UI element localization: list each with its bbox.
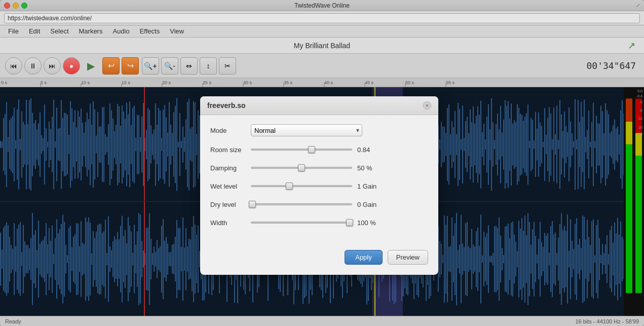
menu-edit[interactable]: Edit [25, 26, 44, 36]
svg-rect-772 [506, 226, 507, 292]
menu-select[interactable]: Select [46, 26, 72, 36]
svg-rect-140 [176, 98, 177, 191]
svg-rect-515 [116, 239, 117, 279]
svg-rect-833 [599, 238, 600, 280]
svg-rect-361 [512, 124, 513, 166]
timeline-ruler: 0 s 5 s 10 s 15 s 20 s 25 s 30 s 35 s 40… [0, 78, 644, 87]
dry-level-track[interactable] [251, 203, 352, 205]
close-button[interactable] [4, 3, 10, 9]
zoom-in-button[interactable]: 🔍+ [142, 57, 159, 75]
svg-rect-486 [71, 247, 72, 271]
svg-rect-342 [483, 124, 484, 165]
svg-rect-377 [537, 128, 538, 160]
play-button[interactable]: ▶ [82, 57, 99, 75]
audio-info: 16 bits - 44100 Hz - 58'99 [575, 318, 639, 324]
modal-close-button[interactable]: × [423, 101, 431, 110]
dry-level-label: Dry level [210, 201, 251, 208]
svg-rect-837 [605, 244, 606, 274]
svg-text:20 s: 20 s [162, 80, 171, 85]
room-size-track[interactable] [251, 149, 352, 151]
menu-markers[interactable]: Markers [75, 26, 107, 36]
svg-rect-318 [447, 108, 448, 181]
dry-level-thumb[interactable] [249, 201, 256, 208]
rewind-button[interactable]: ⏮ [5, 57, 22, 75]
width-thumb[interactable] [346, 219, 353, 226]
svg-rect-137 [172, 133, 173, 156]
svg-rect-459 [30, 238, 31, 280]
svg-rect-482 [65, 244, 66, 273]
menu-file[interactable]: File [4, 26, 23, 36]
svg-text:0 s: 0 s [1, 80, 8, 85]
svg-rect-809 [562, 230, 563, 287]
menu-audio[interactable]: Audio [108, 26, 133, 36]
svg-rect-843 [614, 222, 615, 295]
width-track[interactable] [251, 222, 352, 224]
svg-rect-417 [597, 123, 598, 166]
time-display: 00'34"647 [586, 60, 636, 71]
svg-rect-105 [123, 112, 124, 177]
trim-button[interactable]: ✂ [219, 57, 236, 75]
apply-button[interactable]: Apply [345, 250, 383, 265]
svg-rect-560 [184, 247, 185, 270]
svg-rect-568 [196, 235, 197, 283]
menu-view[interactable]: View [166, 26, 188, 36]
svg-rect-791 [535, 236, 536, 282]
svg-rect-400 [572, 133, 573, 156]
room-size-thumb[interactable] [308, 146, 315, 153]
zoom-out-button[interactable]: 🔍- [161, 57, 178, 75]
svg-rect-381 [543, 142, 544, 148]
svg-rect-466 [41, 241, 42, 277]
svg-text:-12: -12 [637, 117, 642, 120]
damping-track[interactable] [251, 167, 352, 169]
svg-rect-805 [556, 253, 557, 265]
fit-button[interactable]: ⇔ [180, 57, 198, 75]
undo-button[interactable]: ↩ [102, 57, 120, 75]
svg-rect-360 [511, 103, 512, 186]
svg-rect-789 [532, 229, 533, 289]
redo-button[interactable]: ↪ [122, 57, 139, 75]
expand-button[interactable]: ↕ [200, 57, 217, 75]
minimize-button[interactable] [13, 3, 19, 9]
traffic-lights [4, 3, 27, 9]
svg-rect-34 [15, 140, 16, 149]
preview-button[interactable]: Preview [388, 250, 428, 265]
svg-rect-72 [73, 122, 74, 167]
svg-rect-55 [47, 141, 48, 147]
svg-rect-46 [33, 123, 34, 165]
address-input[interactable] [4, 13, 640, 23]
svg-rect-121 [147, 107, 148, 181]
width-slider-container [251, 218, 352, 228]
svg-rect-477 [58, 233, 59, 285]
svg-rect-447 [12, 248, 13, 269]
svg-rect-858 [626, 99, 632, 122]
svg-rect-463 [36, 250, 37, 268]
svg-rect-504 [99, 223, 100, 294]
svg-rect-325 [458, 103, 459, 186]
svg-rect-132 [164, 105, 165, 184]
svg-rect-557 [179, 228, 180, 290]
svg-rect-735 [450, 245, 451, 272]
wet-level-thumb[interactable] [286, 183, 293, 190]
wet-level-track[interactable] [251, 185, 352, 187]
svg-rect-796 [543, 246, 544, 271]
fast-forward-button[interactable]: ⏭ [44, 57, 61, 75]
svg-rect-564 [190, 239, 191, 278]
menu-effects[interactable]: Effects [136, 26, 164, 36]
svg-rect-846 [619, 234, 620, 283]
svg-rect-397 [567, 132, 568, 157]
window-title: TwistedWave Online [294, 2, 350, 9]
svg-rect-513 [112, 241, 113, 277]
svg-rect-61 [56, 108, 57, 182]
export-icon[interactable]: ↗ [628, 40, 639, 51]
maximize-button[interactable] [21, 3, 27, 9]
svg-rect-365 [518, 107, 519, 181]
damping-thumb[interactable] [298, 164, 305, 171]
pause-button[interactable]: ⏸ [24, 57, 42, 75]
svg-rect-411 [588, 111, 589, 178]
svg-rect-734 [448, 246, 449, 271]
svg-rect-458 [29, 248, 30, 270]
svg-rect-751 [474, 246, 475, 271]
svg-rect-139 [175, 106, 176, 183]
mode-select[interactable]: Normal Freeze [251, 124, 362, 136]
record-button[interactable]: ● [63, 57, 80, 75]
